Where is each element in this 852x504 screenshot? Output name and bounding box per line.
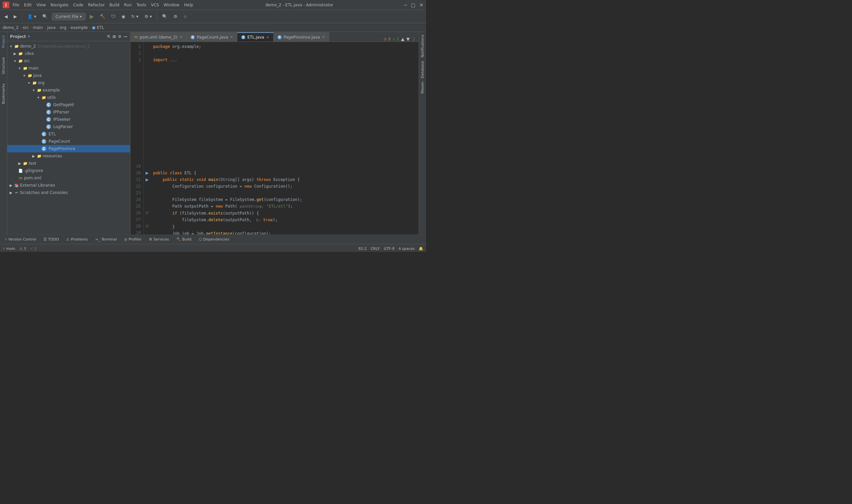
update-button[interactable]: ↻ ▾ xyxy=(129,13,140,20)
minimize-button[interactable]: ─ xyxy=(404,2,407,8)
encoding[interactable]: UTF-8 xyxy=(384,247,394,251)
tree-item-demo2[interactable]: ▾ 📁 demo_2 D:\web\06-JavaWeb\demo_2 xyxy=(7,42,130,50)
run-config-button[interactable]: ⚙ ▾ xyxy=(143,13,154,20)
tree-item-example[interactable]: ▾ 📁 example xyxy=(7,87,130,94)
menu-view[interactable]: View xyxy=(35,2,47,8)
tree-item-resources[interactable]: ▶ 📁 resources xyxy=(7,152,130,160)
breadcrumb-etl[interactable]: ETL xyxy=(97,25,104,30)
structure-tool-button[interactable]: Structure xyxy=(1,56,6,75)
terminal-tab[interactable]: >_ Terminal xyxy=(92,236,120,242)
tree-item-getpageid[interactable]: C GetPageId xyxy=(7,101,130,108)
menu-code[interactable]: Code xyxy=(72,2,85,8)
bookmarks-tool-button[interactable]: Bookmarks xyxy=(1,82,6,105)
menu-run[interactable]: Run xyxy=(123,2,133,8)
project-selector-dropdown[interactable]: ▾ xyxy=(28,34,30,39)
problems-tab[interactable]: ⚠ Problems xyxy=(63,236,91,242)
tab-pageprovince[interactable]: C PageProvince.java ✕ xyxy=(273,32,329,41)
tab-pagecount[interactable]: C PageCount.java ✕ xyxy=(187,32,237,41)
menu-edit[interactable]: Edit xyxy=(23,2,33,8)
breadcrumb-org[interactable]: org xyxy=(60,25,67,30)
scroll-to-icon[interactable]: ⊞ xyxy=(112,34,116,39)
warnings-status[interactable]: ⚠ 3 xyxy=(19,247,26,251)
menu-help[interactable]: Help xyxy=(183,2,194,8)
tree-item-idea[interactable]: ▶ 📁 .idea xyxy=(7,50,130,57)
tab-close-icon[interactable]: ✕ xyxy=(322,35,325,39)
indent-setting[interactable]: 4 spaces xyxy=(399,247,415,251)
breadcrumb-main[interactable]: main xyxy=(33,25,43,30)
more-button[interactable]: ☆ xyxy=(182,13,189,20)
tree-item-org[interactable]: ▾ 📁 org xyxy=(7,79,130,87)
breadcrumb-example[interactable]: example xyxy=(71,25,88,30)
profiler-tab[interactable]: ◎ Profiler xyxy=(121,236,145,242)
fold-28[interactable]: ⊟ xyxy=(144,223,150,230)
version-control-tab[interactable]: ⑂ Version Control xyxy=(1,236,40,242)
collapse-all-icon[interactable]: ⇱ xyxy=(107,34,110,39)
notifications-panel-button[interactable]: Notifications xyxy=(420,33,425,59)
services-tab[interactable]: ⚙ Services xyxy=(145,236,172,242)
run-arrow-21[interactable]: ▶ xyxy=(144,176,150,183)
current-file-dropdown[interactable]: Current File ▾ xyxy=(52,13,86,20)
tree-item-src[interactable]: ▾ 📁 src xyxy=(7,57,130,65)
menu-tools[interactable]: Tools xyxy=(135,2,148,8)
breadcrumb-java[interactable]: java xyxy=(47,25,56,30)
tab-settings-icon[interactable]: ⋮ xyxy=(412,37,416,41)
close-button[interactable]: ✕ xyxy=(419,2,423,8)
dependencies-tab[interactable]: ⬡ Dependencies xyxy=(195,236,233,242)
menu-refactor[interactable]: Refactor xyxy=(87,2,106,8)
project-tool-button[interactable]: Project xyxy=(1,34,6,49)
tab-close-icon[interactable]: ✕ xyxy=(266,35,269,40)
tree-item-etl[interactable]: C ETL xyxy=(7,130,130,138)
user-icon[interactable]: 👤 ▾ xyxy=(25,13,38,20)
tree-item-pageprovince[interactable]: C PageProvince xyxy=(7,145,130,152)
tree-item-test[interactable]: ▶ 📁 test xyxy=(7,160,130,167)
settings-icon[interactable]: ⚙ xyxy=(118,34,122,39)
line-ending[interactable]: CRLF xyxy=(371,247,380,251)
tree-item-scratches[interactable]: ▶ ✏ Scratches and Consoles xyxy=(7,189,130,196)
cursor-position[interactable]: 81:2 xyxy=(358,247,367,251)
build-tab[interactable]: 🔨 Build xyxy=(173,236,195,242)
tree-item-pomxml[interactable]: m pom.xml xyxy=(7,174,130,182)
forward-button[interactable]: ▶ xyxy=(12,13,19,20)
menu-file[interactable]: File xyxy=(11,2,21,8)
back-button[interactable]: ◀ xyxy=(3,13,9,20)
menu-build[interactable]: Build xyxy=(108,2,121,8)
todo-tab[interactable]: ☰ TODO xyxy=(40,236,62,242)
coverage-button[interactable]: 🛡 xyxy=(109,13,117,20)
tree-item-ipparser[interactable]: C IPParser xyxy=(7,108,130,116)
build-button[interactable]: 🔨 xyxy=(98,13,107,20)
tree-item-ipseeker[interactable]: C IPSeeker xyxy=(7,116,130,123)
tab-close-icon[interactable]: ✕ xyxy=(230,35,233,39)
menu-vcs[interactable]: VCS xyxy=(149,2,160,8)
tree-item-gitignore[interactable]: 📄 .gitignore xyxy=(7,167,130,174)
code-editor[interactable]: package org.example; import ... public c… xyxy=(150,42,419,235)
profile-button[interactable]: ◉ xyxy=(120,13,127,20)
tab-close-icon[interactable]: ✕ xyxy=(179,35,182,39)
run-button[interactable]: ▶ xyxy=(88,12,95,21)
menu-window[interactable]: Window xyxy=(162,2,181,8)
tree-item-java[interactable]: ▾ 📁 java xyxy=(7,72,130,79)
maven-panel-button[interactable]: Maven xyxy=(420,80,425,95)
tree-item-pagecount[interactable]: C PageCount xyxy=(7,138,130,145)
menu-navigate[interactable]: Navigate xyxy=(49,2,70,8)
run-arrow-20[interactable]: ▶ xyxy=(144,170,150,176)
tab-pom-xml[interactable]: m pom.xml (demo_2) ✕ xyxy=(130,32,187,41)
fold-26[interactable]: ⊟ xyxy=(144,210,150,216)
tree-item-main[interactable]: ▾ 📁 main xyxy=(7,65,130,72)
settings-button[interactable]: ⚙ xyxy=(172,13,179,20)
maximize-button[interactable]: □ xyxy=(411,2,415,8)
ok-status[interactable]: ✓ 2 xyxy=(30,247,37,251)
breadcrumb-demo2[interactable]: demo_2 xyxy=(3,25,19,30)
minimize-panel-icon[interactable]: — xyxy=(123,34,127,39)
tab-etl[interactable]: C ETL.java ✕ xyxy=(237,32,273,41)
search-button[interactable]: 🔍 xyxy=(160,13,169,20)
scroll-up-icon[interactable]: ▲ xyxy=(401,37,404,41)
git-branch-button[interactable]: ⑂ main xyxy=(3,247,15,251)
scroll-down-icon[interactable]: ▼ xyxy=(406,37,410,41)
database-panel-button[interactable]: Database xyxy=(420,59,425,80)
tree-item-utils[interactable]: ▾ 📁 utils xyxy=(7,94,130,101)
tree-item-logparser[interactable]: C LogParser xyxy=(7,123,130,130)
breadcrumb-src[interactable]: src xyxy=(23,25,29,30)
tree-item-external-libraries[interactable]: ▶ 📚 External Libraries xyxy=(7,182,130,189)
notifications-icon[interactable]: 🔔 xyxy=(419,247,423,251)
search-everywhere-button[interactable]: 🔍 xyxy=(41,13,49,20)
